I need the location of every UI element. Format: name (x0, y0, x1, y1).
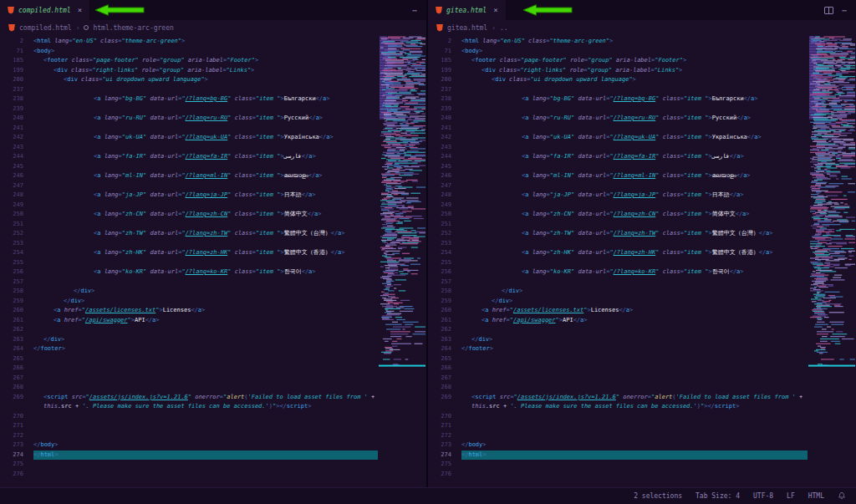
minimap-right[interactable] (808, 35, 855, 487)
line-number[interactable]: 257 (428, 277, 461, 288)
code-line[interactable]: 268 (0, 383, 378, 393)
line-number[interactable]: 263 (428, 335, 461, 345)
line-number[interactable]: 199 (0, 66, 33, 76)
code-line[interactable]: 244<a lang="fa-IR" data-url="/?lang=fa-I… (428, 152, 808, 162)
code-line[interactable]: 257 (428, 277, 808, 288)
code-line[interactable]: 273</body> (428, 440, 808, 451)
line-number[interactable]: 200 (0, 75, 33, 85)
code-line[interactable]: 261<a href="/api/swagger">API</a> (0, 316, 378, 326)
line-number[interactable]: 245 (0, 162, 33, 172)
line-number[interactable]: 264 (428, 344, 461, 354)
code-line[interactable]: 269<script src="/assets/js/index.js?v=1.… (0, 393, 378, 412)
code-line[interactable]: 245 (0, 162, 378, 172)
line-number[interactable]: 245 (428, 162, 461, 172)
breadcrumb-file[interactable]: gitea.html (447, 24, 487, 32)
line-number[interactable]: 247 (428, 181, 461, 191)
line-number[interactable]: 248 (428, 191, 461, 201)
code-line[interactable]: 239 (428, 104, 808, 115)
code-line[interactable]: 253 (0, 239, 378, 249)
code-line[interactable]: 264</footer> (0, 344, 378, 354)
code-line[interactable]: 270 (0, 412, 378, 422)
line-number[interactable]: 241 (0, 124, 33, 134)
line-number[interactable]: 243 (428, 143, 461, 153)
code-line[interactable]: 264</footer> (428, 344, 808, 354)
code-line[interactable]: 238<a lang="bg-BG" data-url="/?lang=bg-B… (428, 94, 808, 104)
code-line[interactable]: 263</div> (0, 335, 378, 345)
close-icon[interactable]: × (493, 6, 497, 14)
code-line[interactable]: 71<body> (428, 47, 808, 57)
line-number[interactable]: 269 (428, 393, 461, 403)
code-line[interactable]: 266 (428, 364, 808, 374)
code-line[interactable]: 237 (428, 85, 808, 95)
line-number[interactable]: 255 (428, 258, 461, 268)
code-line[interactable]: 2<html lang="en-US" class="theme-arc-gre… (428, 37, 808, 47)
line-number[interactable]: 275 (0, 460, 33, 470)
code-line[interactable]: 245 (428, 162, 808, 172)
code-line[interactable]: 240<a lang="ru-RU" data-url="/?lang=ru-R… (0, 114, 378, 124)
code-line[interactable]: 243 (0, 143, 378, 153)
line-number[interactable]: 259 (428, 297, 461, 307)
code-line[interactable]: 247 (428, 181, 808, 191)
line-number[interactable]: 267 (0, 374, 33, 384)
code-line[interactable]: 241 (0, 124, 378, 134)
close-icon[interactable]: × (78, 6, 82, 14)
line-number[interactable]: 2 (428, 37, 461, 47)
line-number[interactable]: 261 (0, 316, 33, 326)
line-number[interactable]: 243 (0, 143, 33, 153)
minimap-left[interactable] (379, 35, 425, 487)
line-number[interactable]: 71 (428, 47, 461, 57)
line-number[interactable]: 249 (428, 201, 461, 211)
line-number[interactable]: 271 (428, 421, 461, 431)
line-number[interactable]: 270 (0, 412, 33, 422)
code-line[interactable]: 271 (428, 421, 808, 431)
code-line[interactable]: 246<a lang="ml-IN" data-url="/?lang=ml-I… (428, 171, 808, 181)
line-number[interactable]: 273 (0, 440, 33, 451)
selected-line[interactable]: 274</html> (428, 451, 808, 461)
code-line[interactable]: 240<a lang="ru-RU" data-url="/?lang=ru-R… (428, 114, 808, 124)
code-line[interactable]: 267 (0, 374, 378, 384)
line-number[interactable]: 264 (0, 344, 33, 354)
breadcrumb-symbol[interactable]: html.theme-arc-green (93, 24, 173, 32)
code-line[interactable]: 265 (0, 354, 378, 364)
code-line[interactable]: 262 (0, 325, 378, 335)
status-tab-size[interactable]: Tab Size: 4 (696, 492, 740, 500)
code-line[interactable]: 255 (0, 258, 378, 268)
code-line[interactable]: 275 (0, 460, 378, 470)
line-number[interactable]: 241 (428, 124, 461, 134)
line-number[interactable]: 250 (0, 210, 33, 220)
line-number[interactable]: 265 (428, 354, 461, 364)
line-number[interactable]: 266 (428, 364, 461, 374)
code-line[interactable]: 242<a lang="uk-UA" data-url="/?lang=uk-U… (428, 133, 808, 143)
line-number[interactable]: 272 (0, 431, 33, 441)
code-line[interactable]: 269<script src="/assets/js/index.js?v=1.… (428, 393, 808, 412)
line-number[interactable]: 246 (0, 171, 33, 181)
line-number[interactable]: 199 (428, 66, 461, 76)
line-number[interactable]: 256 (0, 267, 33, 277)
code-line[interactable]: 250<a lang="zh-CN" data-url="/?lang=zh-C… (428, 210, 808, 220)
code-line[interactable]: 249 (428, 201, 808, 211)
code-line[interactable]: 200<div class="ui dropdown upward langua… (0, 75, 378, 85)
code-line[interactable]: 273</body> (0, 440, 378, 451)
tab-gitea-html[interactable]: gitea.html × (428, 0, 507, 20)
line-number[interactable]: 267 (428, 374, 461, 384)
line-number[interactable]: 239 (428, 104, 461, 115)
status-encoding[interactable]: UTF-8 (753, 492, 773, 500)
line-number[interactable]: 270 (428, 412, 461, 422)
line-number[interactable]: 254 (428, 248, 461, 258)
code-line[interactable]: 253 (428, 239, 808, 249)
line-number[interactable]: 237 (0, 85, 33, 95)
status-selections[interactable]: 2 selections (634, 492, 682, 500)
line-number[interactable]: 248 (0, 191, 33, 201)
line-number[interactable]: 240 (428, 114, 461, 124)
code-line[interactable]: 276 (428, 470, 808, 480)
code-line[interactable]: 199<div class="right-links" role="group"… (428, 66, 808, 76)
line-number[interactable]: 273 (428, 440, 461, 451)
code-line[interactable]: 242<a lang="uk-UA" data-url="/?lang=uk-U… (0, 133, 378, 143)
code-line[interactable]: 275 (428, 460, 808, 470)
code-line[interactable]: 185<footer class="page-footer" role="gro… (0, 56, 378, 66)
line-number[interactable]: 276 (0, 470, 33, 480)
code-line[interactable]: 261<a href="/api/swagger">API</a> (428, 316, 808, 326)
line-number[interactable]: 268 (0, 383, 33, 393)
line-number[interactable]: 247 (0, 181, 33, 191)
code-line[interactable]: 250<a lang="zh-CN" data-url="/?lang=zh-C… (0, 210, 378, 220)
